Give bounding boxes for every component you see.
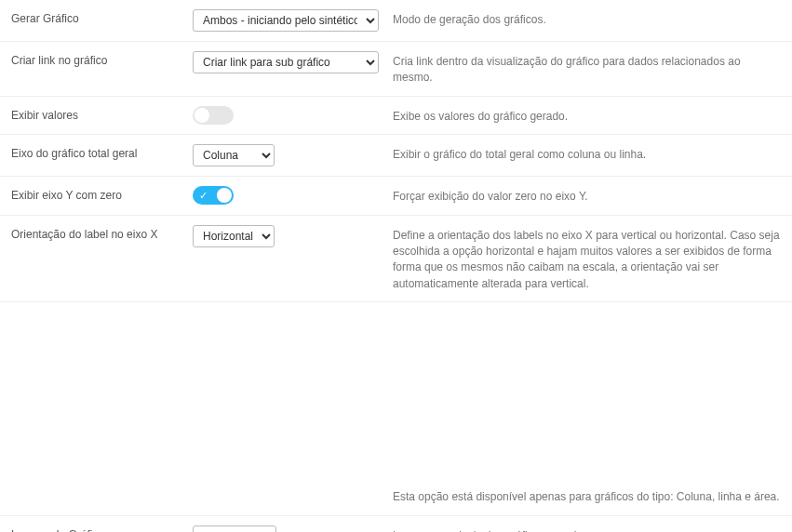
- label-orientacao-label-x: Orientação do label no eixo X: [11, 225, 193, 241]
- toggle-exibir-valores[interactable]: [193, 106, 234, 125]
- label-gerar-grafico: Gerar Gráfico: [11, 9, 193, 25]
- row-gerar-grafico: Gerar Gráfico Ambos - iniciando pelo sin…: [0, 0, 792, 42]
- label-exibir-eixo-y-zero: Exibir eixo Y com zero: [11, 186, 193, 202]
- row-orientacao-label-x: Orientação do label no eixo X Horizontal…: [0, 216, 792, 303]
- desc-exibir-valores: Exibe os valores do gráfico gerado.: [393, 106, 781, 125]
- select-eixo-total-geral[interactable]: Coluna: [193, 144, 275, 166]
- row-criar-link: Criar link no gráfico Criar link para su…: [0, 42, 792, 97]
- desc-gerar-grafico: Modo de geração dos gráficos.: [393, 9, 781, 28]
- desc-eixo-total-geral: Exibir o gráfico do total geral como col…: [393, 144, 781, 163]
- row-exibir-valores: Exibir valores Exibe os valores do gráfi…: [0, 97, 792, 135]
- label-exibir-valores: Exibir valores: [11, 106, 193, 122]
- select-gerar-grafico[interactable]: Ambos - iniciando pelo sintético: [193, 9, 379, 32]
- label-largura-grafico: Largura do Gráfico: [11, 525, 193, 532]
- desc-exibir-eixo-y-zero: Forçar exibição do valor zero no eixo Y.: [393, 186, 781, 205]
- label-criar-link: Criar link no gráfico: [11, 51, 193, 67]
- row-exibir-eixo-y-zero: Exibir eixo Y com zero ✓ Forçar exibição…: [0, 177, 792, 215]
- spacer-gap: [0, 302, 792, 479]
- select-criar-link[interactable]: Criar link para sub gráfico: [193, 51, 379, 73]
- toggle-exibir-eixo-y-zero[interactable]: ✓: [193, 186, 234, 205]
- desc-criar-link: Cria link dentro da visualização do gráf…: [393, 51, 781, 86]
- label-eixo-total-geral: Eixo do gráfico total geral: [11, 144, 193, 160]
- input-largura-grafico[interactable]: [193, 525, 276, 532]
- note-row: Esta opção está disponível apenas para g…: [0, 479, 792, 515]
- desc-largura-grafico: Largura em pixels dos gráficos gerados.: [393, 525, 781, 532]
- select-orientacao-label-x[interactable]: Horizontal: [193, 225, 275, 247]
- desc-orientacao-label-x: Define a orientação dos labels no eixo X…: [393, 225, 781, 293]
- row-eixo-total-geral: Eixo do gráfico total geral Coluna Exibi…: [0, 135, 792, 177]
- note-text: Esta opção está disponível apenas para g…: [393, 486, 781, 505]
- check-icon: ✓: [199, 188, 208, 203]
- row-largura-grafico: Largura do Gráfico Largura em pixels dos…: [0, 516, 792, 532]
